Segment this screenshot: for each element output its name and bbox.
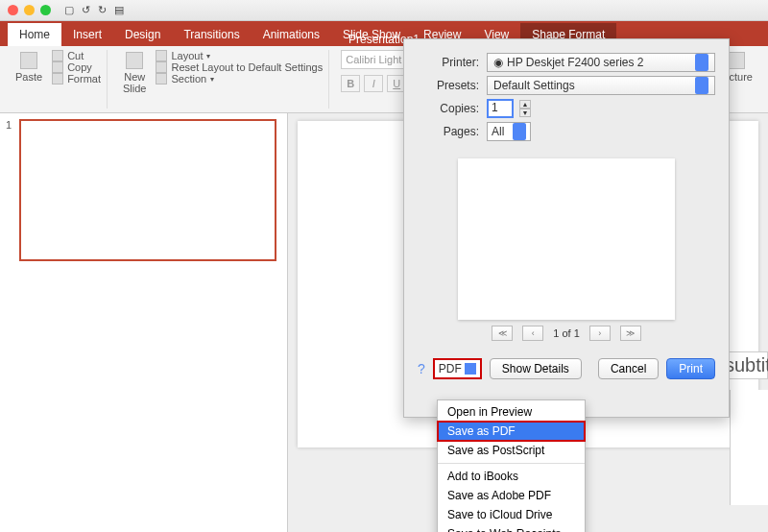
layout-label: Layout xyxy=(171,50,203,61)
presets-label: Presets: xyxy=(418,79,479,92)
reset-label: Reset Layout to Default Settings xyxy=(171,61,323,73)
menu-separator xyxy=(438,463,585,464)
copy-button[interactable]: Copy xyxy=(52,61,101,73)
slide-thumbnails: 1 xyxy=(0,113,288,532)
close-window-icon[interactable] xyxy=(8,5,18,15)
reset-icon xyxy=(156,61,167,73)
new-slide-button[interactable]: New Slide xyxy=(119,50,150,96)
cancel-button[interactable]: Cancel xyxy=(598,358,659,379)
titlebar: ▢ ↺ ↻ ▤ xyxy=(0,0,768,21)
tab-transitions[interactable]: Transitions xyxy=(172,23,251,46)
print-button[interactable]: Print xyxy=(666,358,715,379)
group-clipboard: Paste Cut Copy Format xyxy=(6,50,108,109)
updown-icon xyxy=(695,77,708,94)
italic-button[interactable]: I xyxy=(364,75,383,92)
thumb-number: 1 xyxy=(6,119,12,131)
pager-next[interactable]: › xyxy=(589,326,611,341)
tab-slideshow[interactable]: Slide Show xyxy=(331,23,412,46)
cut-button[interactable]: Cut xyxy=(52,50,101,61)
qat-save-icon[interactable]: ▢ xyxy=(64,4,74,16)
pager-last[interactable]: ≫ xyxy=(620,326,641,341)
window-controls xyxy=(8,5,51,15)
format-painter-button[interactable]: Format xyxy=(52,73,101,85)
presets-select[interactable]: Default Settings xyxy=(487,76,715,95)
copies-label: Copies: xyxy=(418,102,479,115)
section-button[interactable]: Section▾ xyxy=(156,73,323,85)
tab-design[interactable]: Design xyxy=(113,23,172,46)
pdf-menu: Open in Preview Save as PDF Save as Post… xyxy=(437,399,586,532)
tab-home[interactable]: Home xyxy=(8,23,61,46)
printer-select[interactable]: ◉HP Deskjet F2400 series 2 xyxy=(487,53,715,72)
menu-add-ibooks[interactable]: Add to iBooks xyxy=(438,467,585,486)
print-dialog: Printer: ◉HP Deskjet F2400 series 2 Pres… xyxy=(403,38,730,418)
tab-animations[interactable]: Animations xyxy=(252,23,331,46)
printer-label: Printer: xyxy=(418,56,479,69)
pages-value: All xyxy=(492,125,504,138)
copy-icon xyxy=(52,61,63,73)
paste-label: Paste xyxy=(15,71,42,83)
printer-status-icon: ◉ xyxy=(493,56,503,69)
menu-save-postscript[interactable]: Save as PostScript xyxy=(438,441,585,460)
layout-icon xyxy=(156,50,167,61)
background-strip xyxy=(730,390,768,505)
qat-print-icon[interactable]: ▤ xyxy=(114,4,124,16)
pager-first[interactable]: ≪ xyxy=(492,326,513,341)
quick-access-toolbar: ▢ ↺ ↻ ▤ xyxy=(64,4,124,16)
section-label: Section xyxy=(171,73,206,85)
new-slide-label: New Slide xyxy=(123,71,146,94)
pdf-label: PDF xyxy=(439,362,462,375)
layout-button[interactable]: Layout▾ xyxy=(156,50,323,61)
printer-value: HP Deskjet F2400 series 2 xyxy=(507,56,644,69)
pages-label: Pages: xyxy=(418,125,479,138)
tab-insert[interactable]: Insert xyxy=(61,23,113,46)
menu-save-web[interactable]: Save to Web Receipts xyxy=(438,524,585,532)
updown-icon xyxy=(695,54,708,71)
new-slide-icon xyxy=(126,52,143,69)
menu-open-preview[interactable]: Open in Preview xyxy=(438,402,585,422)
picture-icon xyxy=(728,52,745,69)
minimize-window-icon[interactable] xyxy=(24,5,35,15)
qat-redo-icon[interactable]: ↻ xyxy=(98,4,107,16)
group-slides: New Slide Layout▾ Reset Layout to Defaul… xyxy=(113,50,329,109)
show-details-button[interactable]: Show Details xyxy=(490,358,582,379)
pager: ≪ ‹ 1 of 1 › ≫ xyxy=(418,326,715,341)
updown-icon xyxy=(513,123,526,140)
pager-prev[interactable]: ‹ xyxy=(522,326,543,341)
cut-label: Cut xyxy=(67,50,84,61)
paste-icon xyxy=(20,52,37,69)
bold-button[interactable]: B xyxy=(341,75,360,92)
format-label: Format xyxy=(67,73,101,85)
menu-save-icloud[interactable]: Save to iCloud Drive xyxy=(438,505,585,524)
format-painter-icon xyxy=(52,73,63,85)
section-icon xyxy=(156,73,167,85)
menu-save-as-pdf[interactable]: Save as PDF xyxy=(438,422,585,441)
copies-stepper-up[interactable]: ▲ xyxy=(519,100,531,109)
reset-button[interactable]: Reset Layout to Default Settings xyxy=(156,61,323,73)
paste-button[interactable]: Paste xyxy=(12,50,46,85)
zoom-window-icon[interactable] xyxy=(40,5,51,15)
cut-icon xyxy=(52,50,63,61)
copy-label: Copy xyxy=(67,61,92,73)
presets-value: Default Settings xyxy=(493,79,575,92)
slide-thumbnail-1[interactable] xyxy=(19,119,276,261)
qat-undo-icon[interactable]: ↺ xyxy=(82,4,90,16)
copies-input[interactable]: 1 xyxy=(487,99,514,118)
print-preview xyxy=(458,158,675,320)
help-icon[interactable]: ? xyxy=(418,361,425,376)
copies-stepper-down[interactable]: ▼ xyxy=(519,109,531,117)
menu-save-adobe[interactable]: Save as Adobe PDF xyxy=(438,486,585,505)
page-indicator: 1 of 1 xyxy=(553,327,580,339)
pages-select[interactable]: All xyxy=(487,122,531,141)
pdf-dropdown[interactable]: PDF xyxy=(433,358,482,379)
chevron-down-icon xyxy=(465,363,476,375)
